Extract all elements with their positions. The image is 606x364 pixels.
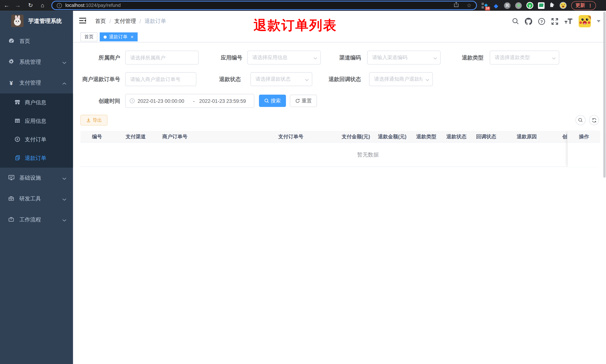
scrollbar-thumb[interactable] [603, 12, 606, 178]
extensions-area: ◆ 10 ◆ ⌘ y 更新 ⋮ [482, 0, 596, 11]
col-refund-status: 退款状态 [447, 131, 466, 143]
update-button[interactable]: 更新 ⋮ [571, 1, 596, 10]
reset-button[interactable]: 重置 [290, 95, 317, 107]
filter-label-merchant-refund-no: 商户退款订单号 [62, 72, 120, 86]
ext-emoji-avatar[interactable] [560, 2, 566, 9]
font-size-icon[interactable] [564, 18, 573, 25]
caret-down-icon[interactable] [597, 20, 601, 24]
home-icon[interactable]: ⌂ [38, 0, 48, 11]
col-pay-channel: 支付渠道 [126, 131, 146, 143]
sidebar-item-app-info[interactable]: 应用信息 [0, 112, 73, 131]
logo-rabbit-image [11, 15, 24, 27]
breadcrumb-section[interactable]: 支付管理 [114, 18, 136, 25]
create-time-range-input[interactable]: 2022-01-23 00:00:00 - 2022-01-23 23:59:5… [125, 94, 254, 108]
back-icon[interactable]: ← [1, 0, 12, 11]
monitor-chart-icon [8, 174, 15, 182]
filter-label-callback-status: 退款回调状态 [303, 72, 361, 86]
callback-status-select[interactable]: 请选择通知商户退款结果的 [369, 72, 433, 86]
fullscreen-icon[interactable] [551, 18, 558, 25]
sidebar-item-home[interactable]: 首页 [0, 31, 73, 52]
app-window: 芋道管理系统 首页 [0, 11, 606, 364]
col-refund-type: 退款类型 [416, 131, 436, 143]
search-button[interactable]: 搜索 [259, 95, 286, 107]
yen-circle-icon: ¥ [14, 136, 21, 143]
ext-y-icon[interactable]: y [527, 2, 533, 9]
filter-label-create-time: 创建时间 [62, 94, 120, 108]
app-logo[interactable]: 芋道管理系统 [0, 11, 73, 31]
ext-record-icon[interactable] [515, 2, 522, 9]
toolbox-icon [8, 195, 15, 202]
collapse-sidebar-icon[interactable] [79, 17, 86, 26]
ext-gem-icon[interactable]: ◆ [493, 2, 499, 9]
refund-table: 编号 支付渠道 商户订单号 支付订单号 支付金额(元) 退款金额(元) 退款类型… [80, 131, 600, 167]
address-bar[interactable]: i localhost:1024/pay/refund ☆ [51, 1, 477, 10]
col-pay-order-no: 支付订单号 [278, 131, 303, 143]
refund-type-select[interactable]: 请选择退款类型 [490, 51, 559, 65]
filter-label-channel-code: 渠道编码 [303, 51, 361, 65]
sidebar-item-refund-order[interactable]: 退款订单 [0, 149, 73, 168]
sidebar-item-workflow[interactable]: 工作流程 [0, 209, 73, 230]
active-dot-icon [104, 35, 107, 39]
url-text: localhost:1024/pay/refund [65, 3, 120, 8]
chevron-down-icon [62, 196, 66, 202]
forward-icon[interactable]: → [13, 0, 23, 11]
empty-text: 暂无数据 [357, 143, 379, 167]
col-callback-status: 回调状态 [476, 131, 496, 143]
date-end-value: 2022-01-23 23:59:59 [199, 98, 250, 104]
export-button[interactable]: 导出 [80, 115, 107, 126]
user-avatar[interactable] [579, 15, 591, 27]
close-icon[interactable]: × [131, 34, 133, 39]
clock-icon [130, 98, 135, 104]
filter-label-merchant: 所属商户 [62, 51, 120, 65]
refresh-button[interactable] [589, 115, 599, 125]
filter-label-refund-status: 退款状态 [183, 72, 241, 86]
search-icon[interactable] [512, 18, 519, 25]
table-grid-icon [14, 118, 21, 125]
sidebar-item-infra[interactable]: 基础设施 [0, 168, 73, 189]
date-start-value: 2022-01-23 00:00:00 [138, 98, 188, 104]
svg-text:?: ? [540, 19, 543, 24]
briefcase-icon [8, 216, 15, 223]
sidebar-item-pay-order[interactable]: ¥ 支付订单 [0, 130, 73, 149]
bookmark-star-icon[interactable]: ☆ [467, 2, 472, 8]
filter-label-refund-type: 退款类型 [426, 51, 484, 65]
dashboard-icon [8, 38, 15, 45]
help-icon[interactable]: ? [538, 18, 545, 25]
ext-devtools-icon[interactable]: ◆ 10 [482, 2, 488, 9]
table-body: 暂无数据 [80, 143, 600, 167]
app-title: 芋道管理系统 [28, 17, 62, 24]
refund-doc-icon [14, 155, 21, 162]
col-refund-amount: 退款金额(元) [378, 131, 407, 143]
filter-label-app-no: 应用编号 [184, 51, 242, 65]
puzzle-icon[interactable] [549, 2, 555, 9]
fixed-action-column: 操作 [567, 131, 600, 167]
chevron-down-icon [62, 175, 66, 181]
tab-home[interactable]: 首页 [80, 33, 97, 41]
svg-text:¥: ¥ [16, 138, 18, 141]
ext-command-icon[interactable]: ⌘ [504, 2, 510, 9]
share-icon[interactable] [454, 2, 459, 9]
github-icon[interactable] [525, 18, 532, 25]
tab-refund-order[interactable]: 退款订单 × [100, 33, 137, 41]
ext-chat-icon[interactable] [538, 2, 544, 9]
site-info-icon[interactable]: i [57, 3, 62, 8]
main-content: 所属商户 应用编号 请选择应用信息 渠道编码 请输入渠道编码 退款类型 请选择退… [73, 43, 606, 364]
chevron-down-icon [62, 217, 66, 223]
breadcrumb: 首页 / 支付管理 / 退款订单 [95, 11, 166, 32]
gear-icon [8, 59, 15, 66]
sidebar-item-devtools[interactable]: 研发工具 [0, 189, 73, 209]
reload-icon[interactable]: ↻ [26, 0, 36, 11]
col-id: 编号 [92, 131, 102, 143]
header-actions: ? [512, 11, 601, 32]
col-merchant-order-no: 商户订单号 [162, 131, 187, 143]
tags-view-bar: 首页 退款订单 × [73, 32, 606, 42]
store-icon [14, 99, 21, 106]
kebab-menu-icon[interactable]: ⋮ [588, 3, 593, 8]
breadcrumb-home[interactable]: 首页 [95, 18, 106, 25]
col-action: 操作 [568, 131, 600, 143]
table-header-row: 编号 支付渠道 商户订单号 支付订单号 支付金额(元) 退款金额(元) 退款类型… [80, 131, 600, 143]
chevron-down-icon [426, 76, 430, 83]
ext-badge: 10 [485, 6, 490, 10]
show-search-toggle-button[interactable] [576, 115, 586, 125]
breadcrumb-current: 退款订单 [145, 18, 166, 25]
